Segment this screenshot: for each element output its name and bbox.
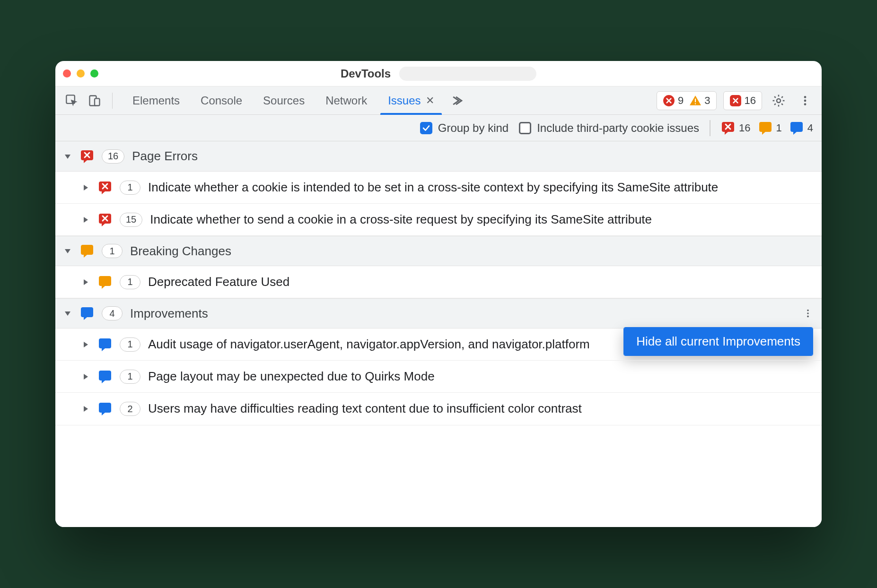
device-toolbar-icon[interactable]: [85, 91, 105, 111]
severity-error[interactable]: 16: [721, 121, 750, 135]
issues-list: 16 Page Errors 1 Indicate whether a cook…: [55, 141, 822, 527]
svg-rect-2: [95, 98, 100, 105]
svg-rect-28: [83, 310, 91, 311]
third-party-cookies-checkbox[interactable]: Include third-party cookie issues: [519, 121, 699, 135]
svg-rect-14: [764, 129, 766, 130]
tab-label: Elements: [132, 94, 180, 107]
disclosure-triangle-icon: [63, 310, 72, 317]
issue-row[interactable]: 15 Indicate whether to send a cookie in …: [55, 204, 822, 236]
tab-label: Network: [325, 94, 367, 107]
group-by-kind-checkbox[interactable]: Group by kind: [420, 121, 509, 135]
tab-network[interactable]: Network: [315, 86, 377, 114]
svg-rect-15: [790, 122, 803, 132]
group-count-pill: 4: [102, 306, 123, 320]
svg-rect-25: [104, 278, 106, 282]
window-close-button[interactable]: [63, 69, 71, 78]
tab-label: Issues: [388, 94, 421, 107]
tabs-overflow-icon[interactable]: [445, 86, 467, 114]
window-minimize-button[interactable]: [77, 69, 85, 78]
issue-row[interactable]: 2 Users may have difficulties reading te…: [55, 393, 822, 425]
issue-row[interactable]: 1 Deprecated Feature Used: [55, 266, 822, 298]
tab-sources[interactable]: Sources: [253, 86, 315, 114]
svg-point-31: [807, 312, 809, 314]
tab-label: Sources: [263, 94, 305, 107]
group-more-icon[interactable]: [803, 308, 813, 319]
error-count: 9: [678, 95, 684, 107]
info-chat-icon: [98, 370, 112, 384]
error-chat-icon: [721, 121, 735, 135]
issue-title: Deprecated Feature Used: [148, 274, 814, 290]
svg-rect-38: [101, 376, 106, 377]
window-title: DevTools: [341, 67, 536, 81]
svg-point-9: [804, 99, 807, 102]
group-count-pill: 16: [102, 149, 124, 164]
issue-row[interactable]: 1 Page layout may be unexpected due to Q…: [55, 361, 822, 393]
info-chat-icon: [80, 306, 94, 320]
svg-rect-36: [99, 371, 111, 380]
inspect-element-icon[interactable]: [62, 91, 82, 111]
disclosure-triangle-icon: [81, 405, 90, 413]
svg-rect-17: [793, 127, 798, 129]
svg-rect-41: [101, 408, 106, 409]
svg-rect-29: [83, 312, 88, 314]
svg-rect-40: [101, 405, 109, 406]
tab-issues[interactable]: Issues ✕: [377, 86, 444, 114]
tab-console[interactable]: Console: [190, 86, 253, 114]
severity-count: 16: [739, 122, 750, 134]
svg-rect-23: [86, 251, 88, 253]
window-traffic-lights: [63, 69, 98, 78]
issue-row[interactable]: 1 Audit usage of navigator.userAgent, na…: [55, 329, 822, 361]
issues-count: 16: [745, 95, 756, 107]
info-chat-icon: [789, 121, 804, 135]
more-options-icon[interactable]: [795, 91, 815, 111]
svg-rect-5: [695, 103, 696, 104]
svg-rect-39: [99, 403, 111, 413]
severity-info[interactable]: 4: [789, 121, 813, 135]
severity-count: 1: [776, 122, 782, 134]
warning-chat-icon: [98, 275, 112, 289]
svg-rect-26: [104, 283, 106, 285]
disclosure-triangle-icon: [81, 341, 90, 348]
window-zoom-button[interactable]: [90, 69, 98, 78]
disclosure-triangle-icon: [63, 247, 72, 255]
warning-count: 3: [704, 95, 710, 107]
window-titlebar: DevTools: [55, 61, 822, 86]
issue-count-pill: 1: [120, 370, 140, 384]
group-title: Improvements: [130, 306, 208, 321]
issue-group-header[interactable]: 16 Page Errors: [55, 141, 822, 172]
svg-rect-33: [99, 338, 111, 348]
issue-group-header[interactable]: 1 Breaking Changes: [55, 236, 822, 266]
svg-rect-35: [101, 344, 106, 345]
warning-triangle-icon: [689, 95, 702, 107]
severity-counts: 16 1 4: [721, 121, 813, 135]
issue-count-pill: 1: [120, 181, 140, 195]
separator: [710, 120, 710, 136]
info-chat-icon: [98, 337, 112, 352]
console-status-badge[interactable]: 9 3: [657, 91, 717, 110]
issue-count-pill: 1: [120, 275, 140, 289]
devtools-window: DevTools Elements Console Sources Networ…: [55, 61, 822, 527]
svg-point-32: [807, 316, 809, 318]
issue-title: Audit usage of navigator.userAgent, navi…: [148, 336, 814, 353]
checkbox-label: Include third-party cookie issues: [537, 121, 699, 135]
error-circle-icon: [663, 95, 675, 107]
panel-tabs: Elements Console Sources Network Issues …: [122, 86, 467, 114]
tab-elements[interactable]: Elements: [122, 86, 190, 114]
disclosure-triangle-icon: [81, 184, 90, 191]
severity-warning[interactable]: 1: [758, 121, 782, 135]
issue-group-header[interactable]: 4 Improvements Hide all current Improvem…: [55, 298, 822, 329]
severity-count: 4: [807, 122, 813, 134]
close-icon[interactable]: ✕: [426, 95, 434, 107]
error-square-icon: [729, 95, 742, 107]
error-chat-icon: [80, 149, 94, 164]
settings-gear-icon[interactable]: [769, 91, 789, 111]
issue-count-pill: 15: [120, 213, 142, 227]
issue-title: Indicate whether a cookie is intended to…: [148, 179, 814, 196]
window-subtitle-redacted: [399, 67, 536, 81]
error-chat-icon: [98, 181, 112, 195]
issue-row[interactable]: 1 Indicate whether a cookie is intended …: [55, 172, 822, 204]
issues-status-badge[interactable]: 16: [723, 91, 762, 110]
disclosure-triangle-icon: [81, 373, 90, 380]
issue-count-pill: 2: [120, 402, 140, 416]
svg-rect-27: [81, 307, 93, 317]
